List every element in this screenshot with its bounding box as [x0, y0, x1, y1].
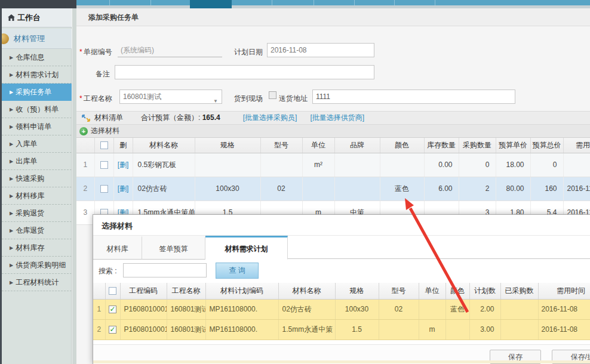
- item-arrow-icon: ▶: [10, 228, 13, 233]
- sidebar-item-1[interactable]: ▶材料需求计划: [2, 66, 72, 84]
- cell-color: 蓝色: [445, 299, 469, 319]
- item-arrow-icon: ▶: [10, 176, 13, 181]
- material-list-header: 材料清单 合计预算（金额）: 165.4 [批量选择采购员] [批量选择供货商]: [76, 111, 590, 125]
- batch-select-buyer-link[interactable]: [批量选择采购员]: [243, 113, 297, 123]
- project-select[interactable]: 160801测试▼: [119, 90, 222, 104]
- cell-color: [380, 153, 424, 177]
- sidebar-item-0[interactable]: ▶仓库信息: [2, 49, 72, 66]
- remark-input[interactable]: [115, 65, 374, 79]
- expand-icon[interactable]: [81, 114, 91, 122]
- cell-num: 1: [76, 153, 94, 177]
- cell-plan: 2.00: [469, 299, 500, 319]
- sidebar-item-13[interactable]: ▶工程材料统计: [2, 274, 72, 291]
- table-toolbar: + 选择材料: [76, 125, 590, 138]
- cell-qty: 0: [459, 153, 496, 177]
- cell-unit: [302, 177, 334, 200]
- cell-stock: 6.00: [424, 177, 459, 200]
- dialog-tab-1[interactable]: 签单预算: [142, 236, 205, 260]
- column-header: 需用时间: [538, 283, 590, 299]
- section-orb-icon: [2, 33, 9, 44]
- header-checkbox-cell: [94, 138, 113, 153]
- to-site-checkbox[interactable]: [269, 91, 276, 99]
- sidebar-menu: ▶仓库信息▶材料需求计划▶采购任务单▶收（预）料单▶领料申请单▶入库单▶出库单▶…: [2, 49, 72, 291]
- row-checkbox[interactable]: [100, 185, 108, 193]
- sidebar-item-2[interactable]: ▶采购任务单: [2, 84, 72, 101]
- sidebar-splitter[interactable]: [72, 8, 76, 364]
- plan-date-input[interactable]: [267, 43, 374, 57]
- plan-date-label: 计划日期: [234, 47, 263, 57]
- dialog-tab-2[interactable]: 材料需求计划: [205, 236, 288, 260]
- column-header: [93, 283, 105, 299]
- cell-total: 160: [530, 177, 563, 200]
- cell-spec: 1.5: [335, 319, 379, 340]
- sidebar-item-4[interactable]: ▶领料申请单: [2, 118, 72, 135]
- column-header: 删: [113, 138, 133, 153]
- section-label: 材料管理: [14, 34, 45, 43]
- delete-row-link[interactable]: [删]: [118, 184, 129, 193]
- cell-plan: 3.00: [469, 319, 500, 340]
- cell-spec: 100x30: [335, 299, 379, 319]
- search-input[interactable]: [123, 263, 207, 277]
- sidebar-section-materials[interactable]: 材料管理: [2, 29, 72, 49]
- row-checkbox[interactable]: [100, 161, 108, 169]
- sidebar-item-6[interactable]: ▶出库单: [2, 153, 72, 170]
- column-header: 材料名称: [133, 138, 195, 153]
- batch-select-supplier-link[interactable]: [批量选择供货商]: [310, 113, 364, 123]
- search-label: 搜索 :: [99, 266, 117, 276]
- row-checkbox[interactable]: ✓: [109, 326, 116, 334]
- doc-no-input[interactable]: [118, 43, 222, 57]
- column-header: 预算总价: [530, 138, 563, 153]
- sidebar-item-label: 材料需求计划: [16, 70, 59, 79]
- sidebar-item-8[interactable]: ▶材料移库: [2, 187, 72, 205]
- cell-model: [260, 153, 302, 177]
- item-arrow-icon: ▶: [10, 280, 13, 285]
- sidebar-item-9[interactable]: ▶采购退货: [2, 205, 72, 222]
- checkbox-cell: [94, 153, 113, 177]
- sidebar-workbench-header[interactable]: 工作台: [2, 8, 72, 27]
- address-input[interactable]: [312, 90, 515, 104]
- cell-qty: 2: [459, 177, 496, 200]
- dialog-tab-0[interactable]: 材料库: [93, 236, 142, 260]
- sidebar-item-label: 材料移库: [16, 192, 44, 200]
- item-arrow-icon: ▶: [10, 159, 13, 164]
- cell-num: 3: [76, 200, 94, 224]
- item-arrow-icon: ▶: [10, 193, 13, 199]
- header-checkbox-cell: [105, 283, 120, 299]
- cell-mname: 1.5mm永通中策: [278, 319, 335, 340]
- cell-model: [379, 319, 419, 340]
- cell-color: [445, 319, 469, 340]
- select-material-button[interactable]: 选择材料: [91, 126, 119, 136]
- column-header: 预算单价: [496, 138, 530, 153]
- cell-unit: m: [419, 319, 445, 340]
- remark-label: 备注: [96, 69, 110, 79]
- home-icon: [8, 14, 15, 21]
- query-button[interactable]: 查 询: [216, 263, 259, 279]
- cell-pname: 160801测试: [167, 319, 205, 340]
- active-menu-indicator[interactable]: [190, 0, 232, 8]
- cell-price: 18.00: [496, 153, 530, 177]
- sidebar-item-5[interactable]: ▶入库单: [2, 135, 72, 153]
- cell-name: 0.5彩钢瓦板: [133, 153, 195, 177]
- sidebar-item-12[interactable]: ▶供货商采购明细: [2, 257, 72, 274]
- delete-row-link[interactable]: [删]: [118, 161, 129, 169]
- column-header: 计划数: [469, 283, 500, 299]
- material-list-table: 删材料名称规格型号单位品牌颜色库存数量采购数量预算单价预算总价需用时间 1[删]…: [76, 138, 590, 225]
- row-checkbox[interactable]: ✓: [109, 306, 116, 313]
- cell-brand: [334, 177, 380, 200]
- cell-num: 1: [93, 299, 105, 319]
- sidebar-item-label: 出库单: [16, 157, 37, 165]
- required-mark: *: [79, 94, 82, 103]
- sidebar-item-3[interactable]: ▶收（预）料单: [2, 101, 72, 118]
- select-all-checkbox[interactable]: [109, 287, 116, 295]
- cell-unit: m²: [302, 153, 334, 177]
- cell-color: 蓝色: [380, 177, 424, 200]
- workbench-label: 工作台: [17, 13, 41, 22]
- chevron-down-icon: ▼: [213, 95, 218, 108]
- select-all-checkbox[interactable]: [100, 141, 108, 149]
- table-header-row: 工程编码工程名称材料计划编码材料名称规格型号单位颜色计划数已采购数需用时间: [93, 283, 590, 299]
- sidebar-item-7[interactable]: ▶快速采购: [2, 170, 72, 187]
- sidebar-item-10[interactable]: ▶仓库退货: [2, 222, 72, 239]
- cell-unit: [419, 299, 445, 319]
- sidebar-item-11[interactable]: ▶材料库存: [2, 239, 72, 257]
- column-header: 品牌: [334, 138, 380, 153]
